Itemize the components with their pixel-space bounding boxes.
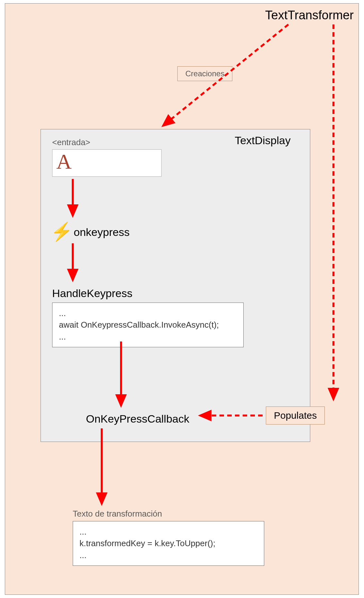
code-line: k.transformedKey = k.key.ToUpper();: [79, 537, 257, 549]
input-value: A: [56, 150, 72, 173]
code-line: ...: [59, 331, 237, 342]
transform-label: Texto de transformación: [73, 509, 162, 519]
input-box[interactable]: A: [52, 149, 162, 177]
callback-label: OnKeyPressCallback: [86, 413, 189, 425]
transform-code: ... k.transformedKey = k.key.ToUpper(); …: [73, 521, 264, 566]
text-display-title: TextDisplay: [235, 134, 291, 147]
creaciones-box: Creaciones: [177, 66, 232, 81]
diagram-container: TextTransformer Creaciones TextDisplay <…: [5, 3, 359, 595]
code-line: ...: [59, 307, 237, 319]
populates-box: Populates: [266, 406, 325, 425]
code-line: ...: [79, 549, 257, 561]
handle-keypress-code: ... await OnKeypressCallback.InvokeAsync…: [52, 303, 244, 347]
code-line: ...: [79, 526, 257, 537]
text-display-box: TextDisplay <entrada> A ⚡ onkeypress Han…: [41, 129, 310, 442]
text-transformer-title: TextTransformer: [265, 8, 354, 22]
handle-keypress-label: HandleKeypress: [52, 287, 132, 300]
lightning-icon: ⚡: [51, 221, 73, 242]
code-line: await OnKeypressCallback.InvokeAsync(t);: [59, 319, 237, 331]
entrada-label: <entrada>: [52, 137, 90, 147]
onkeypress-label: onkeypress: [74, 226, 130, 238]
